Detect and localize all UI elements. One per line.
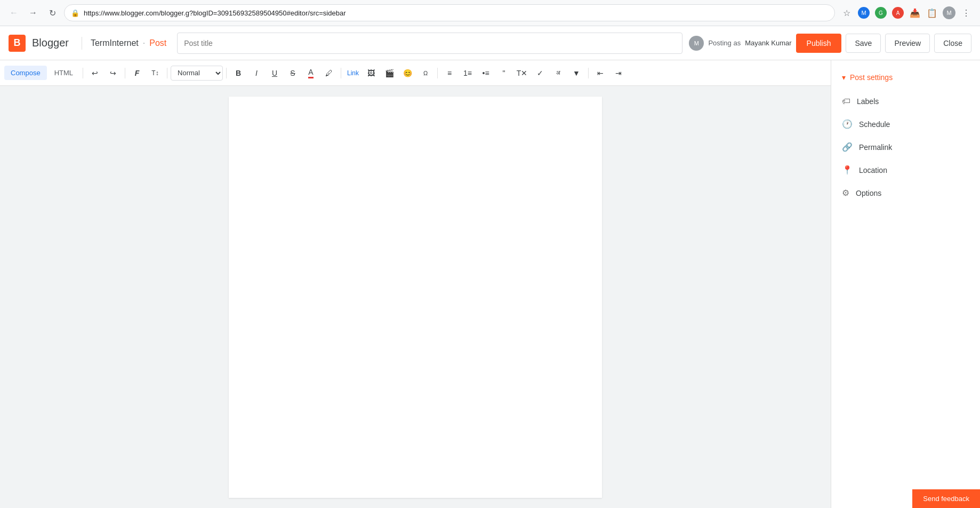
font-button[interactable]: F: [128, 65, 146, 82]
toolbar-sep-6: [437, 68, 438, 78]
emoji-button[interactable]: 😊: [399, 65, 416, 82]
more-button[interactable]: ⋮: [959, 5, 974, 20]
bold-button[interactable]: B: [230, 65, 247, 82]
extension-icon-4[interactable]: 📋: [925, 5, 939, 20]
unordered-list-button[interactable]: •≡: [477, 65, 494, 82]
header-divider: [82, 37, 82, 50]
tab-compose[interactable]: Compose: [4, 66, 47, 80]
sidebar-item-labels[interactable]: 🏷 Labels: [831, 90, 980, 113]
special-char-button[interactable]: Ω: [417, 65, 434, 82]
text-color-button[interactable]: A: [302, 65, 319, 82]
sidebar-item-options[interactable]: ⚙ Options: [831, 181, 980, 204]
labels-label: Labels: [857, 97, 879, 106]
font-size-button[interactable]: T↕: [147, 65, 164, 82]
toolbar-sep-1: [83, 68, 83, 78]
close-button[interactable]: Close: [934, 34, 971, 53]
toolbar-sep-3: [167, 68, 167, 78]
toolbar-sep-2: [125, 68, 125, 78]
schedule-icon: 🕐: [842, 119, 853, 129]
header-right: M Posting as Mayank Kumar Publish Save P…: [689, 34, 971, 53]
posting-as-label: Posting as: [708, 39, 741, 47]
breadcrumb-separator: ·: [143, 38, 145, 48]
forward-button[interactable]: →: [26, 5, 41, 20]
posting-name: Mayank Kumar: [745, 39, 791, 47]
breadcrumb: TermInternet · Post: [91, 38, 166, 48]
labels-icon: 🏷: [842, 97, 850, 106]
save-button[interactable]: Save: [846, 34, 881, 53]
align-button[interactable]: ≡: [441, 65, 458, 82]
tab-html[interactable]: HTML: [48, 66, 79, 80]
editor-canvas: [0, 86, 831, 508]
rtl-button[interactable]: ⇥: [610, 65, 627, 82]
url-input[interactable]: [84, 9, 828, 17]
lock-icon: 🔒: [71, 9, 79, 17]
back-button[interactable]: ←: [6, 5, 21, 20]
editor-paper: [229, 97, 602, 498]
editor-container: Compose HTML ↩ ↪ F T↕ Normal Heading 1 H…: [0, 60, 980, 508]
extension-icon-3[interactable]: 📥: [907, 5, 922, 20]
bookmark-button[interactable]: ☆: [839, 5, 854, 20]
strikethrough-button[interactable]: S: [284, 65, 301, 82]
underline-button[interactable]: U: [266, 65, 283, 82]
extension-icon-1[interactable]: G: [873, 5, 888, 20]
permalink-icon: 🔗: [842, 142, 853, 152]
editor-content[interactable]: [229, 97, 602, 406]
app-name: Blogger: [32, 37, 69, 49]
undo-button[interactable]: ↩: [86, 65, 103, 82]
profile-icon-1[interactable]: M: [856, 5, 871, 20]
toolbar-sep-7: [588, 68, 589, 78]
highlight-button[interactable]: 🖊: [320, 65, 338, 82]
quote-button[interactable]: ": [495, 65, 512, 82]
editor-main: Compose HTML ↩ ↪ F T↕ Normal Heading 1 H…: [0, 60, 831, 508]
post-title-input[interactable]: [177, 33, 682, 54]
logo-letter: B: [14, 37, 21, 49]
breadcrumb-page: Post: [149, 38, 166, 48]
posting-avatar: M: [689, 36, 704, 51]
image-button[interactable]: 🖼: [363, 65, 380, 82]
options-label: Options: [856, 189, 881, 197]
address-bar: 🔒: [64, 4, 835, 21]
extension-icon-2[interactable]: A: [890, 5, 905, 20]
posting-as: M Posting as Mayank Kumar: [689, 36, 791, 51]
toolbar: Compose HTML ↩ ↪ F T↕ Normal Heading 1 H…: [0, 60, 831, 86]
user-avatar[interactable]: M: [942, 5, 957, 20]
clear-format-button[interactable]: T✕: [513, 65, 531, 82]
link-button[interactable]: Link: [344, 65, 362, 82]
app-header: B Blogger TermInternet · Post M Posting …: [0, 26, 980, 60]
publish-button[interactable]: Publish: [796, 34, 842, 53]
refresh-button[interactable]: ↻: [45, 5, 60, 20]
preview-button[interactable]: Preview: [885, 34, 930, 53]
browser-toolbar: ← → ↻ 🔒 ☆ M G A 📥 📋 M ⋮: [0, 0, 980, 26]
ordered-list-button[interactable]: 1≡: [459, 65, 476, 82]
redo-button[interactable]: ↪: [105, 65, 122, 82]
options-icon: ⚙: [842, 188, 849, 198]
schedule-label: Schedule: [859, 120, 890, 129]
italic-button[interactable]: I: [248, 65, 265, 82]
browser-actions: ☆ M G A 📥 📋 M ⋮: [839, 5, 974, 20]
sidebar-title: ▾ Post settings: [831, 69, 980, 90]
more-tools-button[interactable]: ▼: [568, 65, 585, 82]
send-feedback-button[interactable]: Send feedback: [912, 489, 980, 508]
more-format-button[interactable]: ✓: [532, 65, 549, 82]
sidebar-item-permalink[interactable]: 🔗 Permalink: [831, 136, 980, 158]
blogger-logo: B: [9, 35, 26, 52]
font-style-select[interactable]: Normal Heading 1 Heading 2 Heading 3: [171, 66, 223, 81]
location-icon: 📍: [842, 165, 853, 175]
video-button[interactable]: 🎬: [381, 65, 398, 82]
breadcrumb-site: TermInternet: [91, 38, 139, 48]
chevron-down-icon: ▾: [842, 73, 846, 82]
toolbar-sep-5: [341, 68, 341, 78]
transliterate-button[interactable]: अ: [550, 65, 567, 82]
sidebar-item-schedule[interactable]: 🕐 Schedule: [831, 113, 980, 136]
post-settings-sidebar: ▾ Post settings 🏷 Labels 🕐 Schedule 🔗 Pe…: [831, 60, 980, 508]
post-settings-label: Post settings: [850, 73, 893, 82]
location-label: Location: [859, 166, 887, 174]
sidebar-item-location[interactable]: 📍 Location: [831, 158, 980, 181]
toolbar-sep-4: [226, 68, 227, 78]
permalink-label: Permalink: [859, 143, 892, 152]
ltr-button[interactable]: ⇤: [592, 65, 609, 82]
browser-chrome: ← → ↻ 🔒 ☆ M G A 📥 📋 M ⋮: [0, 0, 980, 26]
